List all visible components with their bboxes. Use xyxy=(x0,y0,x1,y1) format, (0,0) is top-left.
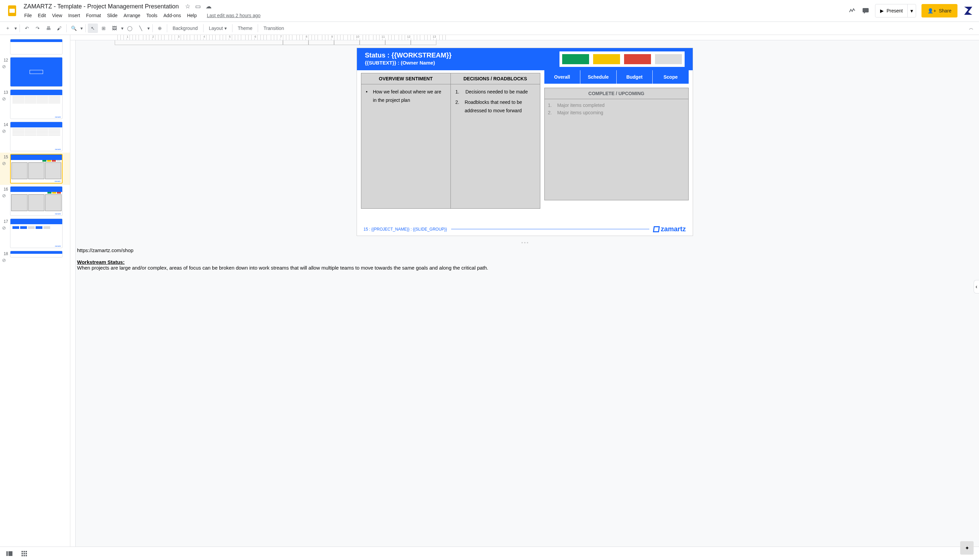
overview-table[interactable]: OVERVIEW SENTIMENT DECISIONS / ROADBLOCK… xyxy=(361,73,540,209)
comment-button[interactable]: ⊕ xyxy=(155,23,165,33)
image-tool[interactable]: 🖼 xyxy=(109,23,119,33)
present-button[interactable]: ▶ Present ▾ xyxy=(875,4,916,17)
print-button[interactable]: 🖶 xyxy=(43,23,53,33)
filmstrip[interactable]: 12⊘13⊘zamartz14⊘zamartz15⊘zamartz16⊘zama… xyxy=(0,35,70,547)
notes-url[interactable]: https://zamartz.com/shop xyxy=(77,247,972,253)
thumb-15[interactable]: 15⊘zamartz xyxy=(0,153,70,185)
menu-slide[interactable]: Slide xyxy=(104,12,120,20)
collapse-toolbar-icon[interactable]: ︿ xyxy=(966,23,976,33)
line-dropdown[interactable]: ▾ xyxy=(146,23,150,33)
status-label-schedule[interactable]: Schedule xyxy=(580,70,616,84)
menu-file[interactable]: File xyxy=(22,12,35,20)
notes-resize-handle[interactable] xyxy=(70,241,979,244)
zoom-button[interactable]: 🔍 xyxy=(68,23,79,33)
status-chips[interactable] xyxy=(560,52,685,67)
slides-logo[interactable] xyxy=(5,4,19,17)
thumb-[interactable] xyxy=(0,38,70,56)
td-overview[interactable]: •How we feel about where we are in the p… xyxy=(361,84,451,209)
menu-insert[interactable]: Insert xyxy=(65,12,83,20)
present-label: Present xyxy=(887,8,903,13)
slide-subtitle[interactable]: {{SUBTEXT}} : (Owner Name) xyxy=(365,60,452,65)
zoom-dropdown[interactable]: ▾ xyxy=(79,23,84,33)
th-decisions[interactable]: DECISIONS / ROADBLOCKS xyxy=(451,73,540,84)
slide-footer-line xyxy=(451,229,649,229)
thumb-12[interactable]: 12⊘ xyxy=(0,56,70,88)
complete-body[interactable]: 1.Major items completed2.Major items upc… xyxy=(545,99,688,200)
status-label-overall[interactable]: Overall xyxy=(544,70,581,84)
chip-yellow[interactable] xyxy=(593,54,620,64)
theme-button[interactable]: Theme xyxy=(234,25,256,31)
redo-button[interactable]: ↷ xyxy=(33,23,43,33)
comments-icon[interactable] xyxy=(862,7,870,15)
paint-format-button[interactable]: 🖌 xyxy=(54,23,64,33)
thumb-17[interactable]: 17⊘zamartz xyxy=(0,217,70,249)
image-dropdown[interactable]: ▾ xyxy=(120,23,124,33)
undo-button[interactable]: ↶ xyxy=(22,23,32,33)
slide-title[interactable]: Status : {{WORKSTREAM}} xyxy=(365,52,452,59)
thumb-18[interactable]: 18⊘ xyxy=(0,249,70,259)
notes-heading[interactable]: Workstream Status: xyxy=(77,259,972,265)
person-add-icon: 👤+ xyxy=(927,8,936,13)
complete-header[interactable]: COMPLETE / UPCOMING xyxy=(545,88,688,99)
toolbar: ＋ ▾ ↶ ↷ 🖶 🖌 🔍 ▾ ↖ ⊞ 🖼 ▾ ◯ ╲ ▾ ⊕ Backgrou… xyxy=(0,22,979,35)
transition-button[interactable]: Transition xyxy=(260,25,287,31)
side-panel-toggle[interactable]: ‹ xyxy=(974,280,979,293)
overview-bullet: How we feel about where we are in the pr… xyxy=(373,88,445,105)
doc-title[interactable]: ZAMARTZ - Template - Project Management … xyxy=(22,2,181,11)
th-overview[interactable]: OVERVIEW SENTIMENT xyxy=(361,73,451,84)
zamartz-logo: zamartz xyxy=(653,225,686,233)
thumb-13[interactable]: 13⊘zamartz xyxy=(0,88,70,120)
explore-button[interactable]: ✦ xyxy=(960,541,974,547)
line-tool[interactable]: ╲ xyxy=(135,23,146,33)
menu-bar: File Edit View Insert Format Slide Arran… xyxy=(22,12,848,20)
textbox-tool[interactable]: ⊞ xyxy=(99,23,109,33)
chip-red[interactable] xyxy=(624,54,651,64)
cloud-icon[interactable]: ☁ xyxy=(205,3,212,10)
td-decisions[interactable]: 1.Decisions needed to be made2.Roadblock… xyxy=(451,84,540,209)
status-labels[interactable]: OverallScheduleBudgetScope xyxy=(544,70,689,84)
account-logo[interactable] xyxy=(963,5,974,16)
menu-view[interactable]: View xyxy=(50,12,65,20)
slide-canvas[interactable]: Status : {{WORKSTREAM}} {{SUBTEXT}} : (O… xyxy=(357,48,693,236)
move-icon[interactable]: ▭ xyxy=(195,3,201,10)
menu-addons[interactable]: Add-ons xyxy=(161,12,184,20)
shape-tool[interactable]: ◯ xyxy=(125,23,135,33)
menu-arrange[interactable]: Arrange xyxy=(121,12,143,20)
share-button[interactable]: 👤+ Share xyxy=(922,4,957,17)
slide-footer-text[interactable]: 15 : {{PROJECT_NAME}} : {{SLIDE_GROUP}} xyxy=(364,227,447,232)
present-dropdown[interactable]: ▾ xyxy=(907,4,916,17)
thumb-16[interactable]: 16⊘zamartz xyxy=(0,185,70,217)
menu-edit[interactable]: Edit xyxy=(35,12,49,20)
star-icon[interactable]: ☆ xyxy=(185,3,190,10)
svg-rect-2 xyxy=(863,8,869,12)
menu-tools[interactable]: Tools xyxy=(144,12,160,20)
status-label-scope[interactable]: Scope xyxy=(653,70,689,84)
menu-format[interactable]: Format xyxy=(84,12,104,20)
app-header: ZAMARTZ - Template - Project Management … xyxy=(0,0,979,22)
ruler-vertical xyxy=(70,40,76,547)
new-slide-button[interactable]: ＋ xyxy=(3,23,13,33)
share-label: Share xyxy=(939,8,951,13)
ruler-horizontal: 12345678910111213 xyxy=(70,35,979,40)
menu-help[interactable]: Help xyxy=(184,12,199,20)
notes-body[interactable]: When projects are large and/or complex, … xyxy=(77,265,972,271)
new-slide-dropdown[interactable]: ▾ xyxy=(13,23,17,33)
present-icon: ▶ xyxy=(880,8,884,13)
complete-upcoming-box[interactable]: COMPLETE / UPCOMING 1.Major items comple… xyxy=(544,88,689,200)
status-label-budget[interactable]: Budget xyxy=(616,70,653,84)
speaker-notes[interactable]: https://zamartz.com/shop Workstream Stat… xyxy=(70,244,979,274)
background-button[interactable]: Background xyxy=(169,25,201,31)
chip-grey[interactable] xyxy=(655,54,682,64)
last-edit[interactable]: Last edit was 2 hours ago xyxy=(204,12,264,20)
activity-icon[interactable] xyxy=(848,7,856,15)
svg-rect-1 xyxy=(9,9,15,13)
canvas-area[interactable]: 12345678910111213 Status : {{WORKSTREAM}… xyxy=(70,35,979,547)
layout-button[interactable]: Layout ▾ xyxy=(205,25,230,31)
thumb-14[interactable]: 14⊘zamartz xyxy=(0,120,70,153)
select-tool[interactable]: ↖ xyxy=(88,23,98,33)
chip-green[interactable] xyxy=(562,54,589,64)
